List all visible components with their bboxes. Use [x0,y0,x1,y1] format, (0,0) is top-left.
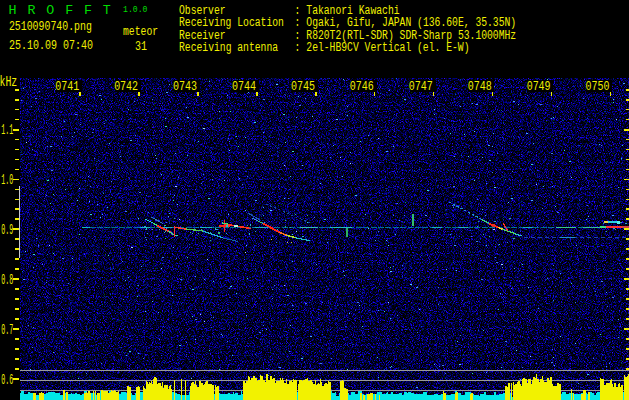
svg-text:31: 31 [135,40,147,54]
svg-text:2510090740.png: 2510090740.png [9,20,92,34]
svg-text:F: F [65,3,73,18]
svg-text:Receiving antenna: Receiving antenna [179,41,278,55]
svg-text::: : [295,41,301,55]
svg-text:T: T [103,3,111,18]
svg-text:0743: 0743 [173,80,197,94]
svg-text:1.0: 1.0 [1,173,13,188]
svg-text:0750: 0750 [586,80,610,94]
svg-text:0747: 0747 [409,80,433,94]
svg-text:0.8: 0.8 [1,273,13,288]
svg-text:1.1: 1.1 [1,123,13,138]
svg-text:0.6: 0.6 [1,373,13,388]
svg-text:0.9: 0.9 [1,223,13,238]
svg-text:2el-HB9CV Vertical (el. E-W): 2el-HB9CV Vertical (el. E-W) [306,41,469,55]
svg-text:0745: 0745 [291,80,315,94]
svg-text:0741: 0741 [55,80,79,94]
svg-text:R: R [27,3,35,18]
svg-text:O: O [46,3,54,18]
svg-text:0744: 0744 [232,80,256,94]
svg-text:0.7: 0.7 [1,323,13,338]
svg-text:25.10.09 07:40: 25.10.09 07:40 [9,39,93,53]
svg-text:F: F [84,3,92,18]
svg-text:0749: 0749 [527,80,551,94]
svg-text:meteor: meteor [123,25,158,39]
svg-text:H: H [9,3,17,18]
svg-text:1.0.0: 1.0.0 [123,4,147,15]
svg-text:0742: 0742 [114,80,138,94]
svg-text:0746: 0746 [350,80,374,94]
svg-text:kHz: kHz [0,74,17,90]
svg-text:0748: 0748 [468,80,492,94]
